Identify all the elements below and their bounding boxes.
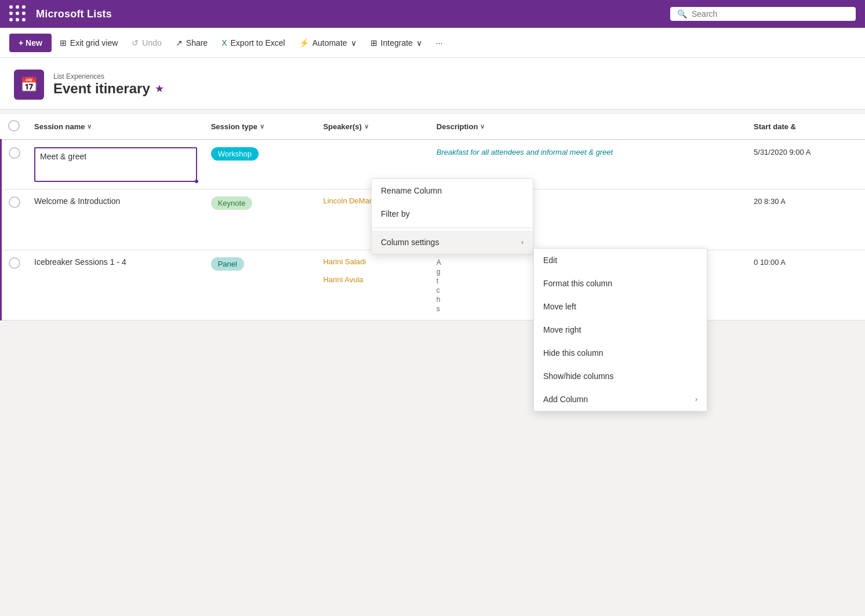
table-header-row: Session name ∨ Session type ∨ Speaker(s) bbox=[1, 114, 866, 140]
select-all-col bbox=[1, 114, 28, 140]
row3-select bbox=[1, 250, 28, 320]
speaker2-link[interactable]: Harini Avula bbox=[323, 275, 422, 284]
search-input[interactable] bbox=[692, 9, 849, 19]
rename-column-item[interactable]: Rename Column bbox=[372, 179, 533, 202]
row3-speakers: Harini Saladi Harini Avula bbox=[316, 250, 429, 320]
app-launcher-icon[interactable] bbox=[9, 5, 27, 23]
search-bar[interactable]: 🔍 bbox=[670, 7, 856, 21]
share-icon: ↗ bbox=[176, 38, 183, 48]
editing-cell[interactable]: Meet & greet bbox=[34, 147, 197, 182]
excel-icon: X bbox=[221, 38, 227, 48]
undo-button[interactable]: ↺ Undo bbox=[126, 35, 167, 51]
table-icon: ⊞ bbox=[60, 38, 67, 48]
filter-by-item[interactable]: Filter by bbox=[372, 202, 533, 225]
top-bar: Microsoft Lists 🔍 bbox=[0, 0, 865, 28]
row2-session-type: Keynote bbox=[204, 189, 317, 250]
list-icon: 📅 bbox=[14, 70, 44, 100]
integrate-chevron: ∨ bbox=[416, 38, 422, 48]
submenu-move-left[interactable]: Move left bbox=[534, 295, 707, 318]
col-header-session-name[interactable]: Session name ∨ bbox=[27, 114, 204, 140]
speaker1-link[interactable]: Harini Saladi bbox=[323, 257, 422, 266]
col-header-start-date[interactable]: Start date & bbox=[747, 114, 865, 140]
keynote-badge: Keynote bbox=[211, 196, 253, 210]
column-settings-submenu: Edit Format this column Move left Move r… bbox=[533, 248, 707, 320]
new-button[interactable]: + New bbox=[9, 34, 52, 52]
submenu-format-column[interactable]: Format this column bbox=[534, 272, 707, 295]
list-header: 📅 List Experiences Event itinerary ★ bbox=[0, 58, 865, 110]
row1-checkbox[interactable] bbox=[9, 147, 20, 159]
toolbar: + New ⊞ Exit grid view ↺ Undo ↗ Share X … bbox=[0, 28, 865, 58]
undo-icon: ↺ bbox=[132, 38, 139, 48]
favorite-star-icon[interactable]: ★ bbox=[155, 82, 164, 95]
row3-start-date: 0 10:00 A bbox=[747, 250, 865, 320]
col-header-speakers[interactable]: Speaker(s) ∨ bbox=[316, 114, 429, 140]
row1-start-date: 5/31/2020 9:00 A bbox=[747, 140, 865, 189]
description-truncated: Agtchs bbox=[437, 258, 441, 313]
submenu-move-right[interactable]: Move right bbox=[534, 318, 707, 320]
row3-checkbox[interactable] bbox=[9, 257, 20, 269]
session-name-sort-icon: ∨ bbox=[87, 123, 92, 130]
row1-select bbox=[1, 140, 28, 189]
row2-start-date: 20 8:30 A bbox=[747, 189, 865, 250]
automate-button[interactable]: ⚡ Automate ∨ bbox=[293, 35, 362, 51]
breadcrumb: List Experiences bbox=[53, 72, 164, 81]
automate-chevron: ∨ bbox=[351, 38, 357, 48]
exit-grid-view-button[interactable]: ⊞ Exit grid view bbox=[54, 35, 123, 51]
share-button[interactable]: ↗ Share bbox=[170, 35, 213, 51]
integrate-icon: ⊞ bbox=[370, 38, 377, 48]
panel-badge: Panel bbox=[211, 257, 244, 271]
app-title: Microsoft Lists bbox=[36, 8, 112, 20]
description-text: Breakfast for all attendees and informal… bbox=[437, 148, 613, 156]
row2-session-name[interactable]: Welcome & Introduction bbox=[27, 189, 204, 250]
col-header-description[interactable]: Description ∨ bbox=[430, 114, 747, 140]
page-title: Event itinerary bbox=[53, 81, 150, 97]
speakers-sort-icon: ∨ bbox=[364, 123, 369, 130]
table-row: Icebreaker Sessions 1 - 4 Panel Harini S… bbox=[1, 250, 866, 320]
column-settings-chevron: › bbox=[521, 238, 524, 246]
context-menu: Rename Column Filter by Column settings … bbox=[371, 178, 533, 254]
workshop-badge: Workshop bbox=[211, 147, 259, 161]
integrate-button[interactable]: ⊞ Integrate ∨ bbox=[365, 35, 428, 51]
description-sort-icon: ∨ bbox=[480, 123, 485, 130]
column-settings-item[interactable]: Column settings › bbox=[372, 231, 533, 254]
row1-session-name[interactable]: Meet & greet bbox=[27, 140, 204, 189]
list-title-group: List Experiences Event itinerary ★ bbox=[53, 72, 164, 97]
row3-session-name[interactable]: Icebreaker Sessions 1 - 4 bbox=[27, 250, 204, 320]
more-options-button[interactable]: ··· bbox=[430, 35, 449, 51]
col-header-session-type[interactable]: Session type ∨ bbox=[204, 114, 317, 140]
menu-separator bbox=[372, 228, 533, 228]
table-area: Session name ∨ Session type ∨ Speaker(s) bbox=[0, 114, 865, 320]
row3-session-type: Panel bbox=[204, 250, 317, 320]
select-all-checkbox[interactable] bbox=[8, 120, 20, 132]
row2-select bbox=[1, 189, 28, 250]
submenu-edit[interactable]: Edit bbox=[534, 249, 707, 272]
automate-icon: ⚡ bbox=[299, 38, 309, 48]
row1-session-type: Workshop bbox=[204, 140, 317, 189]
export-excel-button[interactable]: X Export to Excel bbox=[216, 35, 291, 51]
session-type-sort-icon: ∨ bbox=[260, 123, 264, 130]
row2-checkbox[interactable] bbox=[9, 196, 20, 208]
search-icon: 🔍 bbox=[677, 9, 687, 19]
